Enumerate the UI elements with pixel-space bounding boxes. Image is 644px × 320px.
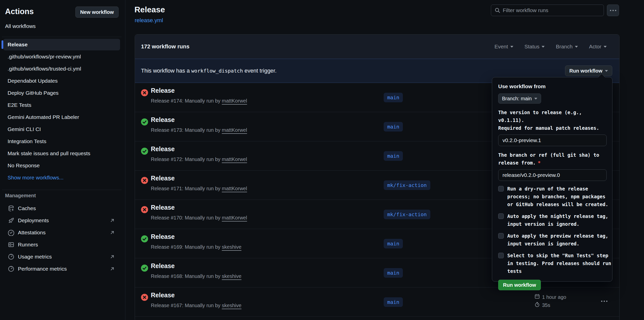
panel-checkbox-row: Select to skip the "Run Tests" stepin te… (498, 252, 606, 275)
filter-label: Branch (556, 44, 573, 50)
run-kebab-button[interactable] (601, 301, 607, 302)
database-icon (8, 205, 14, 212)
workflow-run-row[interactable]: ReleaseRelease #167: Manually run by ske… (135, 287, 619, 317)
branch-pill[interactable]: main (384, 151, 403, 161)
stopwatch-icon (535, 302, 540, 308)
sidebar-item-label: Performance metrics (18, 266, 67, 272)
sidebar-item-runners[interactable]: Runners (0, 239, 125, 251)
checkbox[interactable] (498, 233, 504, 239)
version-input[interactable] (498, 135, 607, 146)
run-description-text: Release #171: Manually run by (151, 186, 220, 191)
run-description: Release #170: Manually run by mattKorwel (151, 215, 247, 221)
sidebar-item-label: .github/workflows/pr-review.yml (8, 54, 81, 60)
new-workflow-button[interactable]: New workflow (75, 7, 119, 18)
run-description-text: Release #174: Manually run by (151, 98, 220, 104)
chevron-down-icon (510, 46, 513, 48)
actor-link[interactable]: mattKorwel (222, 186, 247, 191)
management-section-label: Management (5, 193, 36, 199)
page-kebab-button[interactable] (607, 5, 619, 16)
checkbox[interactable] (498, 213, 504, 219)
sidebar-item-workflow[interactable]: .github/workflows/trusted-ci.yml (0, 63, 125, 75)
page-title: Release (134, 5, 165, 14)
sidebar-item-workflow[interactable]: Deploy GitHub Pages (0, 87, 125, 99)
sidebar-item-workflow[interactable]: Gemini CLI CI (0, 123, 125, 135)
run-title-link[interactable]: Release (151, 175, 175, 182)
run-description: Release #168: Manually run by skeshive (151, 273, 241, 279)
sidebar-item-label: Dependabot Updates (8, 78, 58, 84)
sidebar-item-workflow[interactable]: Mark stale issues and pull requests (0, 147, 125, 159)
run-description-text: Release #169: Manually run by (151, 244, 220, 250)
sidebar-item-usage-metrics[interactable]: Usage metrics (0, 251, 125, 263)
actor-link[interactable]: mattKorwel (222, 156, 247, 162)
sidebar-item-workflow[interactable]: Release (0, 39, 125, 51)
panel-checkbox-list: Run a dry-run of the releaseprocess; no … (498, 185, 606, 275)
sidebar-show-more-workflows[interactable]: Show more workflows... (0, 172, 125, 184)
branch-pill[interactable]: mk/fix-action (384, 180, 430, 190)
sidebar-item-all-workflows[interactable]: All workflows (5, 23, 36, 29)
panel-checkbox-row: Run a dry-run of the releaseprocess; no … (498, 185, 606, 208)
ref-input[interactable] (498, 169, 607, 181)
run-description: Release #171: Manually run by mattKorwel (151, 186, 247, 191)
sidebar-item-label: No Response (8, 163, 40, 169)
chevron-down-icon (604, 46, 607, 48)
sidebar-item-workflow[interactable]: Gemini Automated PR Labeler (0, 111, 125, 123)
branch-pill[interactable]: mk/fix-action (384, 210, 430, 219)
description-line: The version to release (e.g., v0.1.11). (498, 109, 606, 124)
sidebar-divider (2, 37, 122, 37)
actor-link[interactable]: skeshive (222, 273, 241, 279)
filter-dropdown-actor[interactable]: Actor (589, 44, 607, 50)
run-title-link[interactable]: Release (151, 145, 175, 153)
actor-link[interactable]: mattKorwel (222, 127, 247, 133)
sidebar-item-performance-metrics[interactable]: Performance metrics (0, 263, 125, 275)
actor-link[interactable]: mattKorwel (222, 98, 247, 104)
checkbox[interactable] (498, 186, 504, 191)
chevron-down-icon (542, 46, 545, 48)
run-title-link[interactable]: Release (151, 116, 175, 123)
run-title-link[interactable]: Release (151, 262, 175, 270)
runs-count: 172 workflow runs (141, 43, 189, 50)
checkbox-label: Run a dry-run of the releaseprocess; no … (507, 185, 608, 208)
filter-workflow-runs-input[interactable] (503, 7, 594, 13)
workflow-dispatch-code: workflow_dispatch (191, 68, 243, 74)
management-list: CachesDeploymentsAttestationsRunnersUsag… (0, 202, 125, 275)
runs-list-header: 172 workflow runs EventStatusBranchActor (135, 35, 619, 59)
sidebar-item-label: E2E Tests (8, 102, 31, 108)
branch-pill[interactable]: main (384, 268, 403, 278)
banner-text: This workflow has a workflow_dispatch ev… (141, 68, 276, 74)
sidebar-item-deployments[interactable]: Deployments (0, 214, 125, 227)
run-workflow-submit-button[interactable]: Run workflow (498, 280, 541, 290)
sidebar-item-workflow[interactable]: .github/workflows/pr-review.yml (0, 51, 125, 63)
sidebar-item-label: Mark stale issues and pull requests (8, 150, 90, 156)
sidebar-item-workflow[interactable]: Dependabot Updates (0, 75, 125, 87)
branch-pill[interactable]: main (384, 297, 403, 307)
branch-select-button[interactable]: Branch: main (498, 93, 541, 104)
sidebar-item-workflow[interactable]: No Response (0, 159, 125, 172)
run-description: Release #172: Manually run by mattKorwel (151, 156, 247, 162)
checkbox[interactable] (498, 253, 504, 258)
server-icon (8, 241, 14, 248)
sidebar-item-caches[interactable]: Caches (0, 202, 125, 214)
filter-dropdown-branch[interactable]: Branch (556, 44, 578, 50)
actor-link[interactable]: mattKorwel (222, 215, 247, 220)
sidebar-item-attestations[interactable]: Attestations (0, 227, 125, 239)
run-description: Release #169: Manually run by skeshive (151, 244, 241, 250)
run-title-link[interactable]: Release (151, 87, 175, 94)
filter-dropdown-event[interactable]: Event (494, 44, 513, 50)
sidebar-item-workflow[interactable]: E2E Tests (0, 99, 125, 111)
filter-dropdown-status[interactable]: Status (524, 44, 545, 50)
run-title-link[interactable]: Release (151, 204, 175, 211)
branch-pill[interactable]: main (384, 93, 403, 102)
branch-pill[interactable]: main (384, 239, 403, 248)
run-workflow-dropdown-button[interactable]: Run workflow (565, 66, 612, 76)
runs-filters: EventStatusBranchActor (494, 44, 607, 50)
x-circle-icon (141, 294, 148, 301)
branch-pill[interactable]: main (384, 122, 403, 132)
workflow-file-link[interactable]: release.yml (135, 17, 163, 24)
run-description-text: Release #167: Manually run by (151, 303, 220, 308)
run-title-link[interactable]: Release (151, 233, 175, 240)
actor-link[interactable]: skeshive (222, 303, 241, 308)
selected-accent-bar (2, 40, 3, 49)
run-title-link[interactable]: Release (151, 292, 175, 299)
sidebar-item-workflow[interactable]: Integration Tests (0, 135, 125, 147)
actor-link[interactable]: skeshive (222, 244, 241, 250)
